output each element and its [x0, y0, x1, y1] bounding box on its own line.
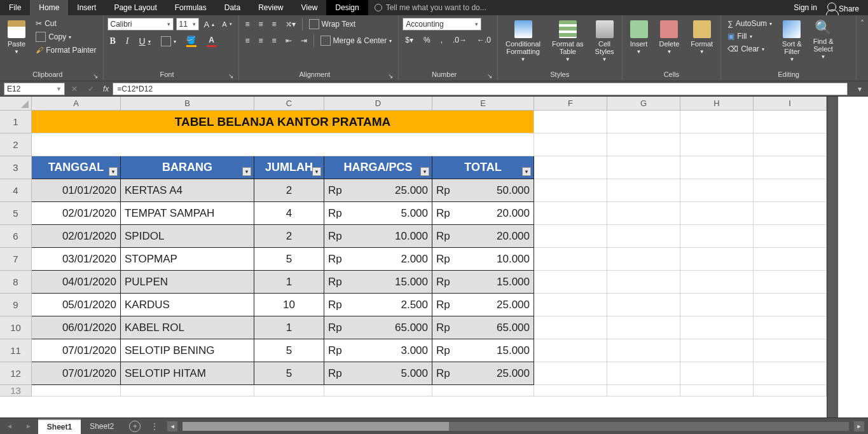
filter-icon[interactable]: ▼: [522, 167, 531, 176]
cell[interactable]: PULPEN: [121, 271, 254, 294]
decrease-indent-button[interactable]: ⇤: [283, 35, 294, 46]
cell[interactable]: Rp25.000: [432, 294, 534, 316]
format-painter-button[interactable]: 🖌Format Painter: [33, 44, 99, 56]
share-button[interactable]: Share: [827, 3, 859, 13]
name-box[interactable]: E12▼: [4, 83, 65, 95]
cell[interactable]: Rp25.000: [432, 362, 534, 385]
cell[interactable]: Rp5.000: [324, 362, 432, 385]
cell[interactable]: Rp50.000: [432, 179, 534, 202]
cell[interactable]: Rp2.000: [324, 248, 432, 271]
sort-filter-button[interactable]: Sort & Filter▼: [778, 18, 806, 65]
table-header-tanggal[interactable]: TANGGAL▼: [32, 156, 121, 179]
row-header-12[interactable]: 12: [0, 362, 32, 385]
row-header-6[interactable]: 6: [0, 225, 32, 248]
cell[interactable]: [607, 385, 680, 397]
tab-page-layout[interactable]: Page Layout: [105, 0, 165, 15]
comma-format-button[interactable]: ,: [438, 34, 445, 46]
cell[interactable]: KABEL ROL: [121, 316, 254, 339]
cell[interactable]: [754, 225, 827, 248]
cell[interactable]: [680, 111, 754, 133]
font-dialog-launcher[interactable]: ↘: [227, 72, 235, 79]
tab-data[interactable]: Data: [216, 0, 249, 15]
cell[interactable]: SELOTIP HITAM: [121, 362, 254, 385]
cell[interactable]: Rp15.000: [432, 339, 534, 362]
merge-center-button[interactable]: Merge & Center▾: [318, 34, 395, 47]
cell[interactable]: [607, 294, 680, 316]
cell[interactable]: [607, 179, 680, 202]
cell[interactable]: Rp65.000: [432, 316, 534, 339]
cell[interactable]: [607, 111, 680, 133]
wrap-text-button[interactable]: Wrap Text: [307, 18, 359, 31]
cell[interactable]: STOPMAP: [121, 248, 254, 271]
cell[interactable]: [534, 111, 607, 133]
cell[interactable]: [534, 362, 607, 385]
borders-button[interactable]: ▾: [158, 35, 179, 48]
alignment-dialog-launcher[interactable]: ↘: [387, 72, 394, 79]
column-header-G[interactable]: G: [607, 97, 680, 111]
cell[interactable]: SELOTIP BENING: [121, 339, 254, 362]
cell[interactable]: Rp15.000: [432, 271, 534, 294]
clear-button[interactable]: ⌫Clear▾: [725, 43, 775, 55]
column-header-I[interactable]: I: [754, 97, 827, 111]
formula-bar-input[interactable]: =C12*D12: [113, 83, 848, 95]
filter-icon[interactable]: ▼: [242, 167, 251, 176]
cut-button[interactable]: ✂Cut: [33, 18, 99, 29]
decrease-font-button[interactable]: A▾: [219, 19, 234, 29]
cell[interactable]: KERTAS A4: [121, 179, 254, 202]
cell[interactable]: 1: [254, 316, 324, 339]
cell[interactable]: Rp10.000: [324, 225, 432, 248]
column-header-B[interactable]: B: [121, 97, 254, 111]
fill-color-button[interactable]: 🪣: [184, 34, 199, 48]
clipboard-dialog-launcher[interactable]: ↘: [92, 72, 99, 79]
cell[interactable]: [607, 133, 680, 156]
cell[interactable]: [607, 362, 680, 385]
fill-button[interactable]: ▣Fill▾: [725, 31, 775, 42]
font-color-button[interactable]: A: [204, 34, 219, 48]
cell[interactable]: 10: [254, 294, 324, 316]
table-header-total[interactable]: TOTAL▼: [432, 156, 534, 179]
align-right-button[interactable]: ≡: [270, 35, 279, 46]
cell[interactable]: Rp20.000: [432, 225, 534, 248]
cell[interactable]: 4: [254, 202, 324, 225]
cell[interactable]: [121, 385, 254, 397]
cell[interactable]: [680, 339, 754, 362]
cell[interactable]: Rp25.000: [324, 179, 432, 202]
cell[interactable]: 5: [254, 248, 324, 271]
table-header-jumlah[interactable]: JUMLAH▼: [254, 156, 324, 179]
cell[interactable]: [754, 202, 827, 225]
cell[interactable]: [754, 316, 827, 339]
filter-icon[interactable]: ▼: [109, 167, 118, 176]
cell[interactable]: [607, 225, 680, 248]
cell[interactable]: TABEL BELANJA KANTOR PRATAMA: [32, 111, 534, 133]
cell[interactable]: 04/01/2020: [32, 271, 121, 294]
enter-formula-button[interactable]: ✓: [83, 85, 99, 93]
format-as-table-button[interactable]: Format as Table▼: [548, 18, 588, 65]
vertical-scrollbar[interactable]: [827, 97, 838, 417]
cell[interactable]: [324, 385, 432, 397]
font-size-select[interactable]: 11: [176, 18, 199, 31]
new-sheet-button[interactable]: +: [129, 421, 141, 432]
tab-view[interactable]: View: [293, 0, 327, 15]
paste-button[interactable]: Paste ▼: [4, 18, 29, 58]
cell[interactable]: 05/01/2020: [32, 294, 121, 316]
cell[interactable]: [754, 385, 827, 397]
tab-design[interactable]: Design: [326, 0, 368, 15]
increase-font-button[interactable]: A▴: [202, 18, 217, 31]
cell[interactable]: Rp3.000: [324, 339, 432, 362]
align-bottom-button[interactable]: ≡: [270, 18, 279, 30]
tab-file[interactable]: File: [0, 0, 30, 15]
filter-icon[interactable]: ▼: [312, 167, 321, 176]
table-header-barang[interactable]: BARANG▼: [121, 156, 254, 179]
tab-insert[interactable]: Insert: [68, 0, 105, 15]
fx-icon[interactable]: fx: [99, 85, 113, 93]
italic-button[interactable]: I: [123, 35, 132, 48]
tab-review[interactable]: Review: [249, 0, 292, 15]
cell[interactable]: [680, 362, 754, 385]
cell[interactable]: Rp15.000: [324, 271, 432, 294]
row-header-2[interactable]: 2: [0, 133, 32, 156]
orientation-button[interactable]: ⤭▾: [283, 18, 298, 30]
autosum-button[interactable]: ∑AutoSum▾: [725, 18, 775, 29]
number-dialog-launcher[interactable]: ↘: [486, 72, 493, 79]
column-header-D[interactable]: D: [324, 97, 432, 111]
row-header-5[interactable]: 5: [0, 202, 32, 225]
